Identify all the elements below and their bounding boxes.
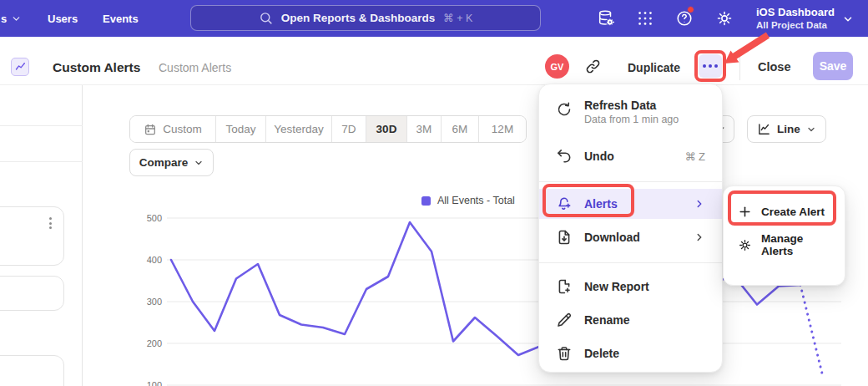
submenu-item-manage-alerts[interactable]: Manage Alerts bbox=[724, 228, 845, 262]
menu-divider bbox=[539, 262, 722, 263]
chevron-down-icon bbox=[194, 158, 204, 168]
date-range-label: 7D bbox=[341, 123, 356, 135]
nav-item-events-label: Events bbox=[103, 13, 139, 25]
menu-divider bbox=[539, 181, 722, 182]
project-selector[interactable]: iOS Dashboard All Project Data bbox=[756, 5, 835, 32]
close-button[interactable]: Close bbox=[758, 60, 791, 74]
copy-link-icon[interactable] bbox=[585, 58, 601, 74]
y-axis-tick: 300 bbox=[147, 297, 162, 307]
menu-item-label: Undo bbox=[584, 150, 614, 163]
date-range-label: 12M bbox=[492, 123, 513, 135]
notification-dot bbox=[687, 6, 694, 13]
sidebar-divider bbox=[0, 161, 83, 162]
data-management-icon[interactable] bbox=[597, 9, 615, 28]
submenu-item-create-alert[interactable]: Create Alert bbox=[724, 195, 845, 228]
menu-item-alerts[interactable]: Alerts bbox=[539, 189, 722, 219]
chevron-down-icon bbox=[806, 124, 816, 135]
date-range-custom[interactable]: Custom bbox=[130, 116, 216, 142]
nav-item-clipped[interactable]: s bbox=[1, 0, 22, 37]
nav-item-users-label: Users bbox=[48, 13, 78, 25]
submenu-item-label: Manage Alerts bbox=[761, 232, 830, 257]
sidebar-card[interactable] bbox=[0, 276, 64, 311]
y-axis-tick: 100 bbox=[147, 380, 162, 386]
search-label: Open Reports & Dashboards bbox=[281, 12, 436, 24]
chart-line-projection bbox=[800, 285, 822, 373]
date-range-yesterday[interactable]: Yesterday bbox=[266, 116, 332, 142]
y-axis-tick: 400 bbox=[147, 255, 162, 265]
date-range-label: 6M bbox=[452, 123, 468, 135]
menu-item-delete[interactable]: Delete bbox=[539, 337, 722, 370]
menu-item-undo[interactable]: Undo ⌘ Z bbox=[539, 138, 722, 175]
undo-icon bbox=[556, 148, 573, 165]
menu-item-new-report[interactable]: New Report bbox=[539, 270, 722, 303]
gear-icon bbox=[738, 238, 752, 252]
apps-grid-icon[interactable] bbox=[636, 9, 654, 28]
chart-type-button[interactable]: Line bbox=[747, 115, 826, 143]
duplicate-button[interactable]: Duplicate bbox=[628, 61, 680, 74]
date-range-12m[interactable]: 12M bbox=[479, 116, 526, 142]
date-range-label: 30D bbox=[376, 123, 397, 135]
search-icon bbox=[259, 11, 273, 25]
chart-type-label: Line bbox=[777, 123, 800, 135]
refresh-icon bbox=[556, 101, 573, 118]
project-scope: All Project Data bbox=[756, 19, 835, 32]
date-range-today[interactable]: Today bbox=[216, 116, 266, 142]
menu-item-label: Delete bbox=[584, 347, 619, 360]
kebab-menu-icon[interactable] bbox=[49, 217, 52, 229]
sidebar-card[interactable] bbox=[0, 206, 64, 266]
chevron-down-icon bbox=[11, 13, 22, 24]
menu-item-label: Rename bbox=[584, 313, 629, 327]
date-range-label: Yesterday bbox=[274, 123, 324, 135]
date-range-3m[interactable]: 3M bbox=[407, 116, 442, 142]
compare-button[interactable]: Compare bbox=[129, 149, 214, 176]
header-divider bbox=[739, 53, 740, 80]
menu-item-label: Refresh Data bbox=[584, 99, 679, 112]
date-range-6m[interactable]: 6M bbox=[442, 116, 479, 142]
nav-item-users[interactable]: Users bbox=[48, 0, 78, 37]
app-window: s Users Events Open Reports & Dashboards… bbox=[0, 0, 868, 386]
menu-item-subtitle: Data from 1 min ago bbox=[584, 114, 679, 125]
menu-item-download[interactable]: Download bbox=[539, 219, 722, 256]
project-name: iOS Dashboard bbox=[756, 5, 835, 19]
date-range-control: CustomTodayYesterday7D30D3M6M12M bbox=[129, 115, 527, 143]
alerts-submenu: Create Alert Manage Alerts bbox=[723, 185, 845, 286]
menu-item-label: New Report bbox=[584, 280, 649, 293]
pencil-icon bbox=[556, 312, 573, 328]
project-chevron-down-icon[interactable] bbox=[842, 13, 854, 25]
date-range-label: Custom bbox=[163, 123, 202, 135]
menu-item-label: Download bbox=[584, 231, 640, 244]
y-axis-tick: 200 bbox=[147, 338, 162, 348]
y-axis-tick: 500 bbox=[147, 213, 162, 223]
date-range-7d[interactable]: 7D bbox=[332, 116, 366, 142]
avatar[interactable]: GV bbox=[545, 54, 569, 79]
top-navbar: s Users Events Open Reports & Dashboards… bbox=[0, 0, 868, 37]
menu-item-refresh-data[interactable]: Refresh Data Data from 1 min ago bbox=[539, 94, 722, 138]
save-button[interactable]: Save bbox=[813, 52, 853, 80]
nav-item-events[interactable]: Events bbox=[103, 0, 139, 37]
calendar-icon bbox=[144, 123, 157, 136]
settings-gear-icon[interactable] bbox=[715, 9, 734, 28]
menu-item-rename[interactable]: Rename bbox=[539, 303, 722, 337]
report-type-icon bbox=[11, 58, 29, 76]
report-header: Custom Alerts Custom Alerts GV Duplicate… bbox=[0, 37, 868, 85]
global-search[interactable]: Open Reports & Dashboards ⌘ + K bbox=[190, 5, 541, 31]
chevron-right-icon bbox=[694, 231, 705, 243]
new-report-icon bbox=[556, 278, 573, 295]
more-options-button[interactable] bbox=[699, 54, 722, 78]
date-range-30d[interactable]: 30D bbox=[366, 116, 407, 142]
breadcrumb: Custom Alerts bbox=[159, 61, 231, 74]
submenu-item-label: Create Alert bbox=[761, 206, 825, 218]
line-chart-icon bbox=[757, 122, 771, 136]
chevron-right-icon bbox=[694, 198, 705, 210]
search-shortcut: ⌘ + K bbox=[443, 12, 472, 24]
sidebar-card[interactable] bbox=[0, 355, 64, 386]
page-title: Custom Alerts bbox=[53, 60, 140, 75]
avatar-initials: GV bbox=[551, 62, 564, 72]
sidebar-divider bbox=[0, 125, 83, 126]
download-file-icon bbox=[556, 229, 573, 246]
left-sidebar bbox=[0, 85, 83, 386]
date-range-label: 3M bbox=[416, 123, 432, 135]
menu-item-shortcut: ⌘ Z bbox=[684, 150, 705, 163]
context-menu: Refresh Data Data from 1 min ago Undo ⌘ … bbox=[538, 84, 723, 373]
nav-item-clipped-label: s bbox=[1, 13, 7, 25]
